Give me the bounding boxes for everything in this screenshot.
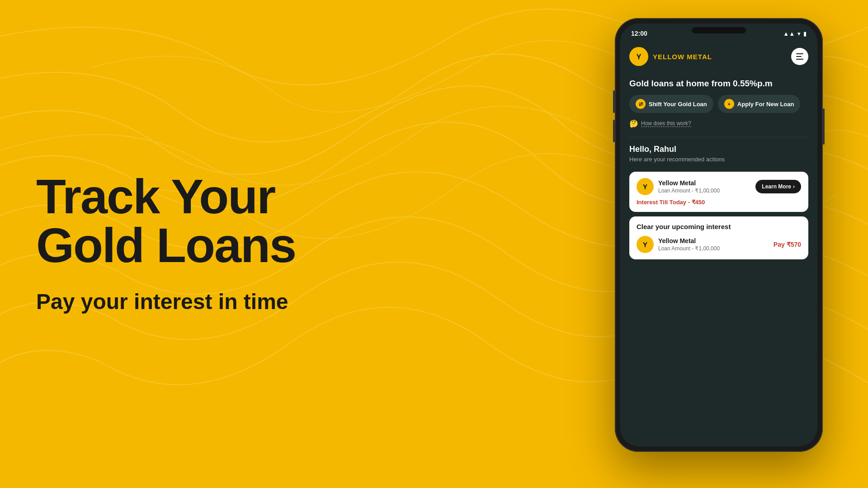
upcoming-loan-logo (637, 236, 654, 253)
action-buttons: ⇄ Shift Your Gold Loan + Apply For New L… (629, 95, 808, 113)
phone-screen: 12:00 ▲▲ ▾ ▮ YELLO (620, 23, 817, 446)
loan-details: Yellow Metal Loan Amount - ₹1,00,000 (658, 179, 720, 194)
upcoming-loan-row: Yellow Metal Loan Amount - ₹1,00,000 Pay… (637, 236, 801, 253)
greeting-subtext: Here are your recommended actions (629, 156, 808, 163)
volume-down-button (613, 120, 615, 142)
loan-info: Yellow Metal Loan Amount - ₹1,00,000 (637, 178, 720, 195)
cards-section: Yellow Metal Loan Amount - ₹1,00,000 Lea… (620, 167, 817, 446)
how-works-link[interactable]: 🤔 How does this work? (629, 117, 808, 132)
headline: Track Your Gold Loans (36, 172, 353, 270)
left-section: Track Your Gold Loans Pay your interest … (36, 172, 353, 316)
shift-gold-loan-button[interactable]: ⇄ Shift Your Gold Loan (629, 95, 713, 113)
loan-name: Yellow Metal (658, 179, 720, 187)
wifi-icon: ▾ (797, 30, 801, 37)
headline-line2: Gold Loans (36, 218, 296, 272)
learn-more-button[interactable]: Learn More › (755, 180, 801, 193)
loan-card: Yellow Metal Loan Amount - ₹1,00,000 Lea… (629, 172, 808, 212)
chevron-right-icon: › (793, 183, 795, 190)
greeting-text: Hello, Rahul (629, 145, 808, 154)
status-time: 12:00 (631, 30, 647, 37)
upcoming-title: Clear your upcoming interest (637, 223, 801, 230)
upcoming-loan-amount: Loan Amount - ₹1,00,000 (658, 245, 720, 252)
upcoming-logo-icon (641, 240, 650, 249)
camera-bar (692, 27, 746, 33)
signal-icon: ▲▲ (783, 30, 795, 37)
power-button (823, 108, 825, 145)
plus-icon: + (724, 99, 734, 109)
app-header: YELLOW METAL (620, 41, 817, 72)
app-logo-text: YELLOW METAL (653, 53, 712, 61)
interest-line: Interest Till Today - ₹450 (637, 199, 801, 206)
pay-amount: Pay ₹570 (774, 241, 801, 248)
battery-icon: ▮ (803, 30, 807, 37)
ym-logo-icon (634, 52, 644, 61)
loan-logo-icon (641, 182, 650, 191)
upcoming-loan-name: Yellow Metal (658, 237, 720, 244)
upcoming-loan-info: Yellow Metal Loan Amount - ₹1,00,000 (637, 236, 720, 253)
phone-mockup: 12:00 ▲▲ ▾ ▮ YELLO (615, 18, 823, 461)
headline-line1: Track Your (36, 169, 275, 224)
upcoming-details: Yellow Metal Loan Amount - ₹1,00,000 (658, 237, 720, 252)
apply-new-loan-button[interactable]: + Apply For New Loan (718, 95, 801, 113)
loan-amount: Loan Amount - ₹1,00,000 (658, 188, 720, 194)
app-logo (629, 47, 648, 66)
menu-button[interactable] (791, 48, 808, 65)
status-icons: ▲▲ ▾ ▮ (783, 30, 807, 37)
volume-up-button (613, 90, 615, 113)
upcoming-card: Clear your upcoming interest (629, 216, 808, 259)
logo-area: YELLOW METAL (629, 47, 712, 66)
shift-icon: ⇄ (636, 99, 646, 109)
how-works-text: How does this work? (641, 120, 691, 127)
thinking-emoji: 🤔 (629, 119, 638, 128)
hello-section: Hello, Rahul Here are your recommended a… (620, 137, 817, 167)
hero-text: Gold loans at home from 0.55%p.m (629, 79, 808, 89)
phone-outer: 12:00 ▲▲ ▾ ▮ YELLO (615, 18, 823, 452)
hamburger-icon (796, 53, 803, 60)
hero-section: Gold loans at home from 0.55%p.m ⇄ Shift… (620, 72, 817, 137)
loan-logo (637, 178, 654, 195)
subtitle: Pay your interest in time (36, 288, 353, 316)
loan-card-top: Yellow Metal Loan Amount - ₹1,00,000 Lea… (637, 178, 801, 195)
